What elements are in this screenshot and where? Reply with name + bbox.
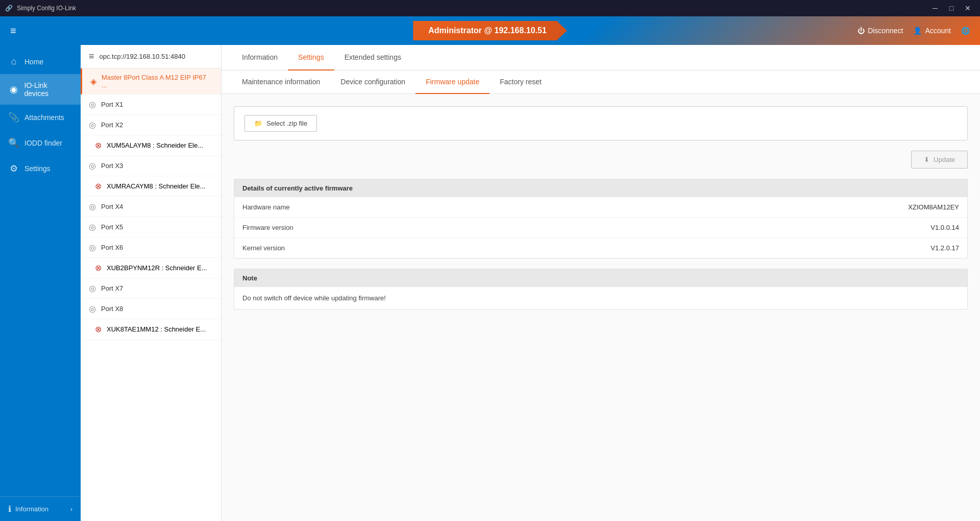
select-zip-button[interactable]: 📁 Select .zip file: [244, 115, 317, 132]
sidebar-bottom-arrow: ›: [70, 505, 72, 513]
sub-tab-maintenance[interactable]: Maintenance information: [232, 70, 330, 94]
firmware-version-label: Firmware version: [242, 224, 293, 231]
sidebar-item-attachments[interactable]: 📎 Attachments: [0, 105, 81, 130]
sidebar-item-label-settings: Settings: [24, 164, 51, 173]
tab-extended-settings[interactable]: Extended settings: [334, 45, 411, 70]
menu-icon[interactable]: ≡: [10, 25, 16, 37]
device-item-master[interactable]: ◈ Master 8Port Class A M12 EIP IP67 ...: [81, 68, 221, 94]
app: ≡ Administrator @ 192.168.10.51 ⏻ Discon…: [0, 16, 980, 521]
firmware-details-section: Details of currently active firmware Har…: [234, 179, 968, 258]
note-body: Do not switch off device while updating …: [234, 287, 967, 309]
disconnect-icon: ⏻: [857, 27, 865, 35]
xub2-device-icon: ⊗: [95, 263, 102, 273]
portX3-icon: ◎: [89, 161, 96, 171]
sidebar-item-iodd-finder[interactable]: 🔍 IODD finder: [0, 130, 81, 156]
iodd-finder-icon: 🔍: [8, 137, 19, 149]
content-body: 📁 Select .zip file ⬇ Update Details of c…: [222, 94, 980, 521]
device-item-xub2[interactable]: ⊗ XUB2BPYNM12R : Schneider E...: [81, 258, 221, 278]
file-select-area: 📁 Select .zip file: [234, 106, 968, 140]
sidebar-item-io-link-devices[interactable]: ◉ IO-Link devices: [0, 74, 81, 105]
device-item-portX7[interactable]: ◎ Port X7: [81, 278, 221, 299]
close-button[interactable]: ✕: [961, 3, 975, 13]
portX5-name: Port X5: [101, 223, 213, 231]
account-label: Account: [925, 27, 951, 35]
sub-tab-maintenance-label: Maintenance information: [242, 78, 320, 86]
device-item-xumr[interactable]: ⊗ XUMRACAYM8 : Schneider Ele...: [81, 176, 221, 197]
portX6-name: Port X6: [101, 244, 213, 251]
account-icon: 👤: [913, 27, 922, 35]
content-tabs: Information Settings Extended settings: [222, 45, 980, 70]
kernel-version-row: Kernel version V1.2.0.17: [234, 238, 967, 258]
device-item-portX6[interactable]: ◎ Port X6: [81, 238, 221, 258]
firmware-version-value: V1.0.0.14: [930, 224, 959, 231]
device-item-portX8[interactable]: ◎ Port X8: [81, 299, 221, 319]
sub-tab-device-config[interactable]: Device configuration: [330, 70, 415, 94]
xumr-device-icon: ⊗: [95, 181, 102, 191]
panel-menu-icon: ≡: [89, 51, 94, 62]
firmware-version-row: Firmware version V1.0.0.14: [234, 218, 967, 238]
sidebar-item-label-io-link: IO-Link devices: [24, 81, 72, 98]
sidebar-item-settings[interactable]: ⚙ Settings: [0, 156, 81, 181]
sidebar-item-label-attachments: Attachments: [24, 113, 64, 122]
sidebar-item-home[interactable]: ⌂ Home: [0, 49, 81, 74]
io-link-icon: ◉: [8, 84, 19, 95]
disconnect-label: Disconnect: [868, 27, 903, 35]
portX6-icon: ◎: [89, 243, 96, 252]
panel-url: opc.tcp://192.168.10.51:4840: [100, 53, 185, 60]
sidebar-nav: ⌂ Home ◉ IO-Link devices 📎 Attachments 🔍…: [0, 45, 81, 496]
settings-icon: ⚙: [8, 163, 19, 174]
topbar-right: ⏻ Disconnect 👤 Account 🌐: [857, 27, 970, 35]
sidebar-item-label-iodd: IODD finder: [24, 139, 62, 147]
account-button[interactable]: 👤 Account: [913, 27, 951, 35]
hardware-name-label: Hardware name: [242, 203, 290, 211]
hardware-name-value: XZIOM8AM12EY: [908, 203, 959, 211]
kernel-version-value: V1.2.0.17: [930, 244, 959, 252]
update-button[interactable]: ⬇ Update: [911, 151, 968, 169]
disconnect-button[interactable]: ⏻ Disconnect: [857, 27, 903, 35]
firmware-details-header: Details of currently active firmware: [234, 179, 967, 197]
portX4-name: Port X4: [101, 203, 213, 210]
xuk8-device-name: XUK8TAE1MM12 : Schneider E...: [107, 325, 213, 333]
main-layout: ⌂ Home ◉ IO-Link devices 📎 Attachments 🔍…: [0, 45, 980, 521]
device-panel: ≡ opc.tcp://192.168.10.51:4840 ◈ Master …: [81, 45, 222, 521]
portX1-name: Port X1: [101, 101, 213, 108]
xumr-device-name: XUMRACAYM8 : Schneider Ele...: [107, 182, 213, 190]
note-section: Note Do not switch off device while upda…: [234, 269, 968, 310]
device-item-portX1[interactable]: ◎ Port X1: [81, 94, 221, 115]
tab-extended-settings-label: Extended settings: [345, 53, 401, 61]
select-zip-label: Select .zip file: [266, 120, 307, 127]
minimize-button[interactable]: ─: [928, 3, 942, 13]
attachments-icon: 📎: [8, 112, 19, 123]
device-item-portX3[interactable]: ◎ Port X3: [81, 156, 221, 176]
tab-information[interactable]: Information: [232, 45, 288, 70]
device-item-portX5[interactable]: ◎ Port X5: [81, 217, 221, 238]
sub-tab-device-config-label: Device configuration: [340, 78, 405, 86]
device-item-portX4[interactable]: ◎ Port X4: [81, 197, 221, 217]
master-device-name: Master 8Port Class A M12 EIP IP67 ...: [102, 74, 213, 89]
titlebar: 🔗 Simply Config IO-Link ─ □ ✕: [0, 0, 980, 16]
portX2-icon: ◎: [89, 120, 96, 130]
maximize-button[interactable]: □: [944, 3, 959, 13]
sub-tab-firmware-update[interactable]: Firmware update: [415, 70, 489, 94]
update-icon: ⬇: [924, 156, 929, 163]
xum5-device-icon: ⊗: [95, 140, 102, 150]
tab-information-label: Information: [242, 53, 278, 61]
note-header: Note: [234, 269, 967, 287]
sidebar: ⌂ Home ◉ IO-Link devices 📎 Attachments 🔍…: [0, 45, 81, 521]
sidebar-information[interactable]: ℹ Information ›: [0, 496, 81, 521]
topbar-center: Administrator @ 192.168.10.51: [413, 21, 567, 40]
portX7-icon: ◎: [89, 283, 96, 293]
portX2-name: Port X2: [101, 121, 213, 129]
globe-icon: 🌐: [961, 27, 970, 35]
kernel-version-label: Kernel version: [242, 244, 285, 252]
titlebar-left: 🔗 Simply Config IO-Link: [5, 5, 76, 12]
titlebar-controls: ─ □ ✕: [928, 3, 975, 13]
device-item-portX2[interactable]: ◎ Port X2: [81, 115, 221, 135]
device-list: ◈ Master 8Port Class A M12 EIP IP67 ... …: [81, 68, 221, 340]
tab-settings[interactable]: Settings: [288, 45, 334, 70]
sub-tab-factory-reset[interactable]: Factory reset: [489, 70, 552, 94]
device-item-xum5[interactable]: ⊗ XUM5ALAYM8 : Schneider Ele...: [81, 135, 221, 156]
xum5-device-name: XUM5ALAYM8 : Schneider Ele...: [107, 141, 213, 149]
portX4-icon: ◎: [89, 202, 96, 211]
device-item-xuk8[interactable]: ⊗ XUK8TAE1MM12 : Schneider E...: [81, 319, 221, 340]
